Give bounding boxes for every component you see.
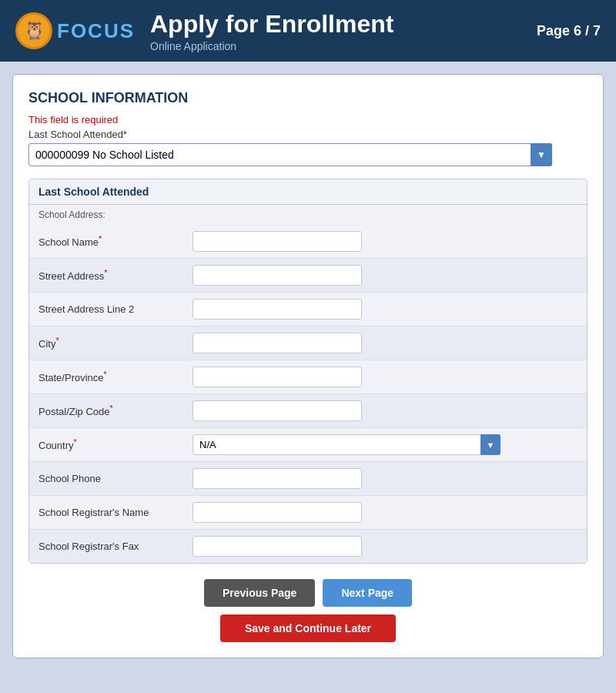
- label-registrar-fax: School Registrar's Fax: [38, 541, 192, 552]
- buttons-area: Previous Page Next Page Save and Continu…: [28, 579, 588, 642]
- registrar-name-input[interactable]: [192, 502, 362, 523]
- form-row-street-address: Street Address*: [29, 259, 587, 293]
- nav-buttons-row: Previous Page Next Page: [204, 579, 412, 607]
- country-select[interactable]: N/A United States Canada Mexico Other: [192, 434, 500, 455]
- inner-card: Last School Attended School Address: Sch…: [28, 179, 588, 564]
- required-message: This field is required: [28, 114, 588, 126]
- label-school-phone: School Phone: [38, 473, 192, 484]
- label-country: Country*: [38, 437, 192, 451]
- main-container: SCHOOL INFORMATION This field is require…: [12, 74, 604, 658]
- page-header: 🦉 FOCUS Apply for Enrollment Online Appl…: [0, 0, 616, 62]
- label-state-province: State/Province*: [38, 370, 192, 383]
- logo-text: FOCUS: [57, 19, 135, 43]
- logo-area: 🦉 FOCUS: [15, 12, 135, 49]
- form-row-street-address-2: Street Address Line 2: [29, 293, 587, 326]
- inner-card-body: School Address: School Name* Street Addr…: [29, 205, 587, 563]
- street-address-input[interactable]: [192, 265, 362, 286]
- school-name-input[interactable]: [192, 231, 362, 252]
- input-wrapper-registrar-name: [192, 502, 578, 523]
- inner-card-title: Last School Attended: [29, 179, 587, 205]
- section-title: SCHOOL INFORMATION: [28, 90, 588, 106]
- label-street-address-2: Street Address Line 2: [38, 303, 192, 315]
- label-postal-zip: Postal/Zip Code*: [38, 403, 192, 417]
- last-school-select[interactable]: 000000099 No School Listed: [28, 143, 552, 166]
- city-input[interactable]: [192, 333, 362, 353]
- registrar-fax-input[interactable]: [192, 536, 362, 557]
- previous-page-button[interactable]: Previous Page: [204, 579, 316, 607]
- form-row-country: Country* N/A United States Canada Mexico…: [29, 428, 587, 462]
- input-wrapper-city: [192, 333, 578, 353]
- next-page-button[interactable]: Next Page: [323, 579, 412, 607]
- input-wrapper-school-name: [192, 231, 578, 252]
- logo-icon: 🦉: [15, 12, 52, 49]
- header-center: Apply for Enrollment Online Application: [150, 10, 537, 52]
- label-registrar-name: School Registrar's Name: [38, 507, 192, 518]
- street-address-2-input[interactable]: [192, 299, 362, 320]
- page-indicator: Page 6 / 7: [537, 23, 601, 39]
- address-label: School Address:: [29, 205, 587, 225]
- page-subtitle: Online Application: [150, 40, 537, 52]
- input-wrapper-postal-zip: [192, 400, 578, 421]
- form-row-school-phone: School Phone: [29, 462, 587, 496]
- last-school-label: Last School Attended*: [28, 129, 588, 140]
- form-row-state-province: State/Province*: [29, 360, 587, 394]
- input-wrapper-street-address-2: [192, 299, 578, 320]
- input-wrapper-street-address: [192, 265, 578, 286]
- postal-zip-input[interactable]: [192, 400, 362, 421]
- label-street-address: Street Address*: [38, 268, 192, 282]
- input-wrapper-school-phone: [192, 468, 578, 489]
- form-row-school-name: School Name*: [29, 225, 587, 259]
- school-phone-input[interactable]: [192, 468, 362, 489]
- page-title: Apply for Enrollment: [150, 10, 537, 38]
- form-row-city: City*: [29, 326, 587, 360]
- form-row-postal-zip: Postal/Zip Code*: [29, 394, 587, 428]
- input-wrapper-registrar-fax: [192, 536, 578, 557]
- label-school-name: School Name*: [38, 234, 192, 248]
- state-province-input[interactable]: [192, 367, 362, 387]
- input-wrapper-country: N/A United States Canada Mexico Other ▼: [192, 434, 578, 455]
- save-continue-button[interactable]: Save and Continue Later: [220, 614, 396, 642]
- form-row-registrar-name: School Registrar's Name: [29, 496, 587, 530]
- label-city: City*: [38, 336, 192, 350]
- form-row-registrar-fax: School Registrar's Fax: [29, 530, 587, 563]
- country-select-wrapper: N/A United States Canada Mexico Other ▼: [192, 434, 500, 455]
- last-school-select-wrapper: 000000099 No School Listed ▼: [28, 143, 552, 166]
- input-wrapper-state-province: [192, 367, 578, 387]
